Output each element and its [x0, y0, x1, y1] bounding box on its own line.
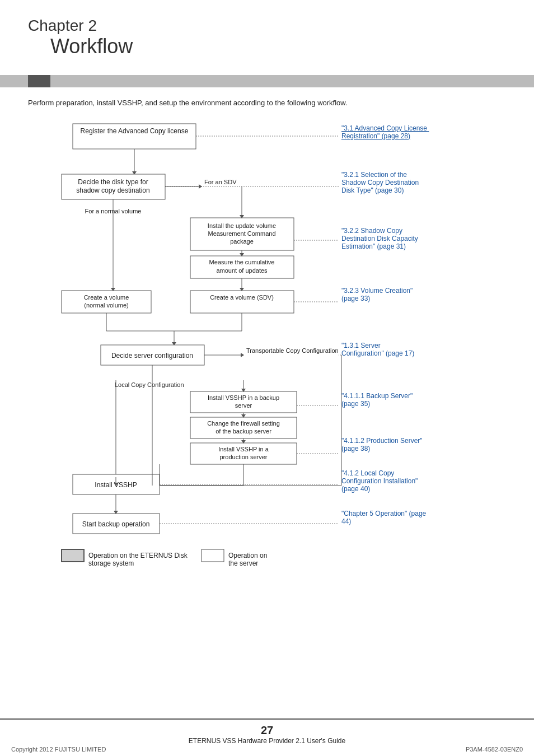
svg-text:Create a volume: Create a volume	[84, 294, 129, 301]
svg-text:Operation on the ETERNUS Disk: Operation on the ETERNUS Disk	[88, 552, 188, 559]
svg-marker-40	[241, 353, 244, 357]
svg-text:Operation on: Operation on	[228, 552, 267, 559]
workflow-diagram: Register the Advanced Copy license Decid…	[28, 118, 509, 577]
svg-text:server: server	[235, 402, 252, 409]
footer-docid: P3AM-4582-03ENZ0	[466, 746, 523, 753]
svg-text:production server: production server	[220, 454, 268, 460]
svg-text:"1.3.1 Server
      Configurat: "1.3.1 Server Configuration" (page 17)	[341, 342, 414, 357]
svg-text:"3.2.3 Volume Creation"
      : "3.2.3 Volume Creation" (page 33)	[341, 287, 415, 302]
svg-text:"4.1.1.1 Backup Server"
      : "4.1.1.1 Backup Server" (page 35)	[341, 392, 415, 408]
svg-text:For an SDV: For an SDV	[204, 179, 237, 185]
svg-rect-95	[202, 549, 224, 562]
footer-page-number: 27	[0, 724, 534, 737]
svg-text:Measurement Command: Measurement Command	[208, 230, 275, 237]
svg-text:"3.2.1 Selection of the
      : "3.2.1 Selection of the Shadow Copy Dest…	[341, 171, 420, 194]
svg-text:Measure the cumulative: Measure the cumulative	[209, 259, 275, 265]
footer-bottom: Copyright 2012 FUJITSU LIMITED P3AM-4582…	[0, 745, 534, 754]
svg-text:Local Copy Configuration: Local Copy Configuration	[115, 381, 184, 388]
svg-text:"3.2.2 Shadow Copy
      Desti: "3.2.2 Shadow Copy Destination Disk Capa…	[341, 227, 420, 250]
chapter-title: Workflow	[50, 35, 506, 58]
header-bar-accent	[28, 75, 50, 87]
footer: 27 ETERNUS VSS Hardware Provider 2.1 Use…	[0, 718, 534, 756]
chapter-label: Chapter 2	[28, 17, 506, 35]
svg-text:shadow copy destination: shadow copy destination	[76, 186, 149, 194]
footer-copyright: Copyright 2012 FUJITSU LIMITED	[11, 746, 106, 753]
svg-text:For a normal volume: For a normal volume	[85, 208, 142, 214]
svg-text:Install VSSHP in a backup: Install VSSHP in a backup	[208, 394, 279, 401]
svg-text:Install the update volume: Install the update volume	[208, 222, 276, 229]
svg-text:Install VSSHP in a: Install VSSHP in a	[218, 446, 269, 452]
svg-text:Start backup operation: Start backup operation	[82, 520, 150, 528]
svg-text:"4.1.2 Local Copy
      Config: "4.1.2 Local Copy Configuration Installa…	[341, 469, 420, 493]
svg-text:package: package	[230, 238, 254, 245]
page-header: Chapter 2 Workflow	[0, 0, 534, 64]
content-area: Perform preparation, install VSSHP, and …	[0, 87, 534, 589]
intro-text: Perform preparation, install VSSHP, and …	[28, 99, 506, 107]
svg-text:Create a volume (SDV): Create a volume (SDV)	[210, 294, 274, 301]
svg-text:storage system: storage system	[88, 559, 134, 567]
svg-text:of the backup server: of the backup server	[216, 428, 271, 435]
svg-text:Register the Advanced Copy lic: Register the Advanced Copy license	[81, 127, 189, 135]
svg-text:(normal volume): (normal volume)	[84, 302, 128, 309]
svg-text:amount of updates: amount of updates	[216, 267, 268, 274]
svg-text:Change the firewall setting: Change the firewall setting	[207, 420, 280, 427]
svg-text:Transportable Copy Configurati: Transportable Copy Configuration	[246, 347, 339, 354]
svg-text:Decide server configuration: Decide server configuration	[111, 352, 193, 360]
svg-rect-92	[62, 549, 84, 562]
header-bar	[0, 75, 534, 87]
svg-text:"3.1 Advanced Copy License
   : "3.1 Advanced Copy License Registration"…	[341, 124, 429, 140]
svg-text:the server: the server	[228, 559, 258, 567]
svg-text:Decide the disk type for: Decide the disk type for	[78, 178, 148, 186]
svg-text:"4.1.1.2 Production Server"
  : "4.1.1.2 Production Server" (page 38)	[341, 437, 424, 452]
footer-product: ETERNUS VSS Hardware Provider 2.1 User's…	[0, 737, 534, 745]
svg-text:"Chapter 5 Operation" (page
  : "Chapter 5 Operation" (page 44)	[341, 510, 428, 525]
